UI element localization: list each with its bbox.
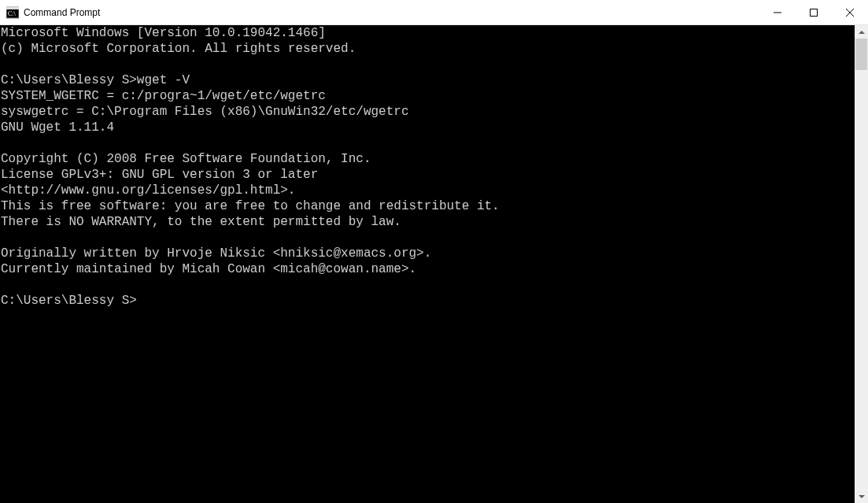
terminal-line: Currently maintained by Micah Cowan <mic… xyxy=(1,261,855,277)
scroll-down-arrow-icon[interactable] xyxy=(855,490,868,503)
terminal-line: (c) Microsoft Corporation. All rights re… xyxy=(1,41,855,57)
scroll-up-arrow-icon[interactable] xyxy=(855,25,868,39)
terminal-line: Copyright (C) 2008 Free Software Foundat… xyxy=(1,151,855,167)
terminal-line: C:\Users\Blessy S> xyxy=(1,293,855,309)
svg-text:C:\: C:\ xyxy=(8,10,17,17)
terminal-line: There is NO WARRANTY, to the extent perm… xyxy=(1,214,855,230)
terminal-line xyxy=(1,135,855,151)
minimize-button[interactable] xyxy=(759,0,796,25)
terminal-line: This is free software: you are free to c… xyxy=(1,198,855,214)
terminal-line xyxy=(1,277,855,293)
svg-rect-4 xyxy=(811,9,818,16)
svg-rect-1 xyxy=(6,7,19,9)
vertical-scrollbar[interactable] xyxy=(855,25,868,503)
terminal-line: syswgetrc = C:\Program Files (x86)\GnuWi… xyxy=(1,104,855,120)
terminal-line: Microsoft Windows [Version 10.0.19042.14… xyxy=(1,25,855,41)
terminal-line xyxy=(1,230,855,246)
app-icon: C:\ xyxy=(6,6,19,19)
terminal-line xyxy=(1,57,855,72)
close-button[interactable] xyxy=(832,0,868,25)
scroll-thumb[interactable] xyxy=(855,39,867,70)
window-title: Command Prompt xyxy=(24,7,100,18)
terminal-line: <http://www.gnu.org/licenses/gpl.html>. xyxy=(1,183,855,198)
terminal-line: SYSTEM_WGETRC = c:/progra~1/wget/etc/wge… xyxy=(1,88,855,104)
terminal-line: C:\Users\Blessy S>wget -V xyxy=(1,72,855,88)
terminal-line: Originally written by Hrvoje Niksic <hni… xyxy=(1,246,855,261)
terminal-output[interactable]: Microsoft Windows [Version 10.0.19042.14… xyxy=(0,25,855,503)
terminal-line: License GPLv3+: GNU GPL version 3 or lat… xyxy=(1,167,855,183)
terminal-line: GNU Wget 1.11.4 xyxy=(1,120,855,135)
window-titlebar[interactable]: C:\ Command Prompt xyxy=(0,0,868,25)
maximize-button[interactable] xyxy=(796,0,832,25)
